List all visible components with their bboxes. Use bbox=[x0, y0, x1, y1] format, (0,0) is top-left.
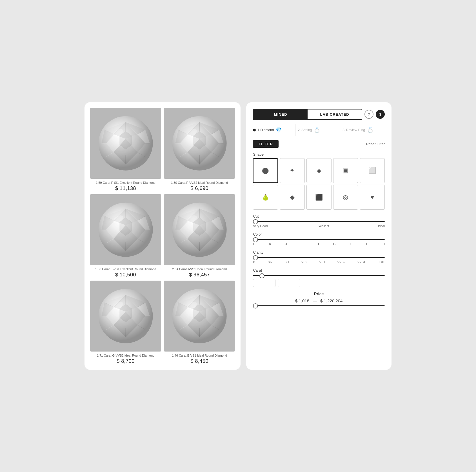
help-button[interactable]: ? bbox=[364, 110, 373, 119]
color-label-item: E bbox=[366, 242, 368, 246]
clarity-labels: I1SI2SI1VS2VS1VVS2VVS1FL/IF bbox=[253, 260, 385, 264]
step-2-num: 2 bbox=[298, 128, 300, 132]
carat-slider[interactable] bbox=[253, 275, 385, 276]
cut-label: Cut bbox=[253, 214, 385, 218]
diamond-image bbox=[90, 108, 161, 179]
clarity-slider[interactable] bbox=[253, 257, 385, 258]
shape-round[interactable]: ⬤ bbox=[253, 158, 278, 183]
cut-min-label: Very Good bbox=[253, 224, 268, 228]
carat-max-input[interactable]: 6.00 bbox=[278, 279, 300, 287]
diamond-card-label: 1.30 Carat F-VVS2 Ideal Round Diamond bbox=[171, 181, 228, 184]
diamond-card-label: 1.50 Carat E-VS1 Excellent Round Diamond bbox=[95, 267, 156, 271]
diamond-card[interactable]: 1.50 Carat E-VS1 Excellent Round Diamond… bbox=[90, 194, 161, 278]
diamond-shape-svg bbox=[95, 113, 156, 173]
diamond-card[interactable]: 1.46 Carat E-VS1 Ideal Round Diamond$ 8,… bbox=[164, 281, 235, 364]
diamond-card-price: $ 11,138 bbox=[115, 185, 136, 191]
shape-round-brilliant[interactable]: ✦ bbox=[280, 158, 305, 183]
diamond-card-label: 1.59 Carat F-SI1 Excellent Round Diamond bbox=[96, 181, 155, 184]
shape-heart[interactable]: ♥ bbox=[360, 185, 385, 210]
carat-min-input[interactable]: 0.90 bbox=[253, 279, 275, 287]
diamond-card-price: $ 8,700 bbox=[117, 358, 135, 364]
cut-slider[interactable] bbox=[253, 221, 385, 222]
color-label-item: H bbox=[317, 242, 319, 246]
diamond-image bbox=[90, 194, 161, 265]
price-range-row: $ 1,018 — $ 1,220,204 bbox=[253, 298, 385, 303]
carat-inputs: 0.90 6.00 bbox=[253, 279, 385, 287]
shape-emerald[interactable]: ⬜ bbox=[360, 158, 385, 183]
diamond-shape-svg bbox=[169, 113, 230, 173]
step-3-review[interactable]: 3 Review Ring 💍 bbox=[340, 127, 385, 133]
diamond-icon: 💎 bbox=[275, 127, 282, 133]
clarity-label-item: FL/IF bbox=[377, 260, 385, 264]
price-slider[interactable] bbox=[253, 305, 385, 306]
color-slider[interactable] bbox=[253, 239, 385, 240]
color-label-item: L bbox=[253, 242, 255, 246]
clarity-label-item: VS1 bbox=[319, 260, 325, 264]
color-label-item: J bbox=[286, 242, 287, 246]
review-ring-icon: 💍 bbox=[367, 127, 374, 133]
diamond-card-price: $ 10,500 bbox=[115, 272, 136, 278]
cut-mid-label: Excellent bbox=[317, 224, 329, 228]
shape-cushion-square[interactable]: ▣ bbox=[333, 158, 358, 183]
diamond-card-price: $ 96,457 bbox=[189, 272, 210, 278]
mined-button[interactable]: MINED bbox=[253, 109, 308, 119]
shape-pear[interactable]: 🍐 bbox=[253, 185, 278, 210]
clarity-label: Clarity bbox=[253, 250, 385, 254]
diamond-card[interactable]: 1.71 Carat G-VVS2 Ideal Round Diamond$ 8… bbox=[90, 281, 161, 364]
color-label-item: F bbox=[350, 242, 352, 246]
shape-marquise[interactable]: ◎ bbox=[333, 185, 358, 210]
color-label-item: G bbox=[333, 242, 336, 246]
price-min-val: $ 1,018 bbox=[295, 298, 309, 303]
color-label: Color bbox=[253, 232, 385, 236]
reset-filter-link[interactable]: Reset Filter bbox=[366, 142, 385, 146]
step-1-label: 1 Diamond bbox=[257, 128, 274, 132]
step-2-setting[interactable]: 2 Setting 💍 bbox=[295, 127, 340, 133]
diamond-shape-svg bbox=[169, 200, 230, 260]
price-max-val: $ 1,220,204 bbox=[320, 298, 342, 303]
carat-label: Carat bbox=[253, 268, 385, 272]
cut-max-label: Ideal bbox=[378, 224, 385, 228]
lab-created-button[interactable]: LAB CREATED bbox=[308, 109, 362, 119]
step-3-num: 3 bbox=[342, 128, 344, 132]
shape-asscher[interactable]: ⬛ bbox=[306, 185, 332, 210]
step-1-dot bbox=[253, 129, 256, 131]
diamond-card-label: 2.04 Carat J-VS1 Ideal Round Diamond bbox=[172, 267, 227, 271]
clarity-label-item: VVS1 bbox=[357, 260, 365, 264]
diamond-shape-svg bbox=[95, 286, 156, 346]
source-toggle-group: MINED LAB CREATED bbox=[253, 109, 362, 120]
diamond-card[interactable]: 2.04 Carat J-VS1 Ideal Round Diamond$ 96… bbox=[164, 194, 235, 278]
cut-labels: Very Good Excellent Ideal bbox=[253, 224, 385, 228]
step-1-diamond[interactable]: 1 Diamond 💎 bbox=[253, 127, 295, 133]
filter-badge: FILTER bbox=[253, 140, 279, 148]
diamond-image bbox=[90, 281, 161, 352]
diamond-card[interactable]: 1.59 Carat F-SI1 Excellent Round Diamond… bbox=[90, 108, 161, 191]
diamond-shape-svg bbox=[95, 200, 156, 260]
main-container: 1.59 Carat F-SI1 Excellent Round Diamond… bbox=[84, 102, 392, 370]
clarity-label-item: SI2 bbox=[268, 260, 273, 264]
step-2-label: Setting bbox=[301, 128, 312, 132]
shape-grid: ⬤✦◈▣⬜🍐◆⬛◎♥ bbox=[253, 158, 385, 210]
color-section: Color LKJIHGFED bbox=[253, 232, 385, 246]
color-label-item: I bbox=[301, 242, 302, 246]
price-dash: — bbox=[313, 298, 317, 303]
price-section: Price $ 1,018 — $ 1,220,204 bbox=[253, 292, 385, 306]
diamond-card-label: 1.46 Carat E-VS1 Ideal Round Diamond bbox=[172, 354, 227, 357]
carat-section: Carat 0.90 6.00 bbox=[253, 268, 385, 287]
shape-cushion[interactable]: ◈ bbox=[306, 158, 332, 183]
diamond-card-price: $ 6,690 bbox=[191, 185, 209, 191]
clarity-label-item: VS2 bbox=[301, 260, 307, 264]
shape-radiant[interactable]: ◆ bbox=[280, 185, 305, 210]
diamond-image bbox=[164, 281, 235, 352]
cut-section: Cut Very Good Excellent Ideal bbox=[253, 214, 385, 228]
filter-header: FILTER Reset Filter bbox=[253, 140, 385, 148]
color-label-item: K bbox=[269, 242, 271, 246]
cart-button[interactable]: 3 bbox=[376, 110, 385, 119]
clarity-label-item: VVS2 bbox=[337, 260, 345, 264]
color-label-item: D bbox=[382, 242, 385, 246]
diamond-image bbox=[164, 108, 235, 179]
setting-ring-icon: 💍 bbox=[313, 127, 321, 133]
diamond-card-price: $ 8,450 bbox=[191, 358, 209, 364]
step-3-label: Review Ring bbox=[346, 128, 365, 132]
diamond-card[interactable]: 1.30 Carat F-VVS2 Ideal Round Diamond$ 6… bbox=[164, 108, 235, 191]
steps-row: 1 Diamond 💎 2 Setting 💍 3 Review Ring 💍 bbox=[253, 124, 385, 136]
